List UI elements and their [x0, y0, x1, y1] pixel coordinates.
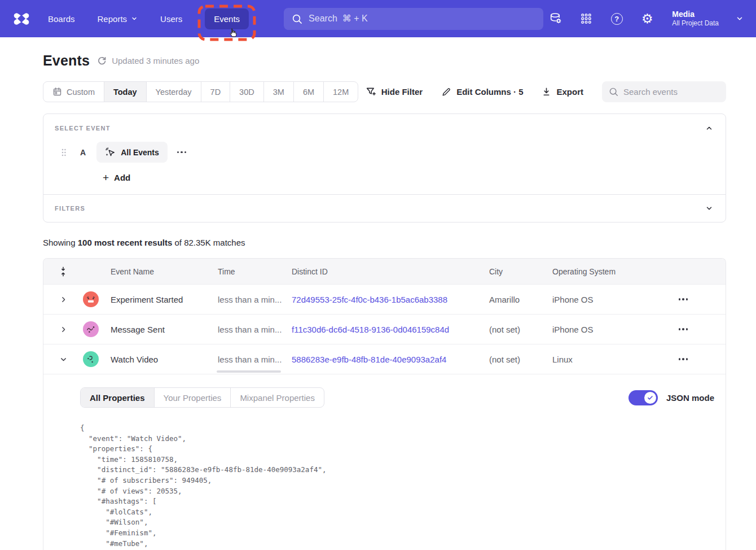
time-cell: less than a min...	[218, 325, 292, 334]
column-header-city[interactable]: City	[489, 267, 552, 276]
table-row[interactable]: Message Sent less than a min... f11c30d6…	[43, 314, 726, 344]
query-builder-card: SELECT EVENT A All Events + Add FILTERS	[43, 114, 726, 222]
date-option-6m[interactable]: 6M	[293, 82, 323, 102]
table-row-expanded[interactable]: Watch Video less than a min... 5886283e-…	[43, 344, 726, 374]
row-more-options-icon[interactable]	[679, 298, 688, 300]
select-event-section: SELECT EVENT A All Events + Add	[43, 114, 726, 194]
tab-your-properties[interactable]: Your Properties	[154, 388, 231, 407]
search-events-input[interactable]	[623, 87, 719, 97]
page-title: Events	[43, 53, 90, 69]
apps-grid-icon[interactable]	[579, 12, 593, 25]
distinct-id-link[interactable]: 72d49553-25fc-4f0c-b436-1b5ac6ab3388	[292, 295, 447, 304]
drag-handle-icon[interactable]	[61, 148, 67, 157]
event-picker-sparkle-cursor-icon	[105, 147, 116, 158]
global-search[interactable]	[284, 8, 543, 30]
nav-item-reports[interactable]: Reports	[98, 14, 138, 24]
project-scope: All Project Data	[672, 19, 719, 28]
date-option-custom[interactable]: Custom	[43, 82, 104, 102]
nav-right-group: ? ⚙ Media All Project Data	[549, 10, 744, 28]
date-option-7d[interactable]: 7D	[201, 82, 230, 102]
updated-text: Updated 3 minutes ago	[112, 56, 199, 66]
column-header-event-name[interactable]: Event Name	[111, 267, 218, 276]
collapse-section-chevron-up-icon[interactable]	[704, 123, 714, 133]
select-event-label: SELECT EVENT	[55, 125, 111, 132]
expand-row-chevron-right-icon[interactable]	[43, 326, 83, 333]
filters-section: FILTERS	[43, 195, 726, 222]
date-option-3m[interactable]: 3M	[263, 82, 293, 102]
row-more-options-icon[interactable]	[679, 358, 688, 360]
settings-gear-icon[interactable]: ⚙	[640, 12, 654, 25]
chevron-down-icon	[131, 15, 138, 22]
column-header-distinct-id[interactable]: Distinct ID	[292, 267, 489, 276]
project-chevron-down-icon[interactable]	[736, 15, 744, 23]
refresh-icon[interactable]	[97, 56, 107, 66]
results-summary: Showing 100 most recent results of 82.35…	[43, 238, 726, 247]
data-management-icon[interactable]	[549, 12, 562, 25]
question-mark: ?	[611, 13, 623, 25]
expand-filters-chevron-down-icon[interactable]	[704, 203, 714, 213]
event-name-cell: Watch Video	[111, 355, 218, 364]
date-range-control: Custom Today Yesterday 7D 30D 3M 6M 12M	[43, 81, 358, 102]
city-cell: (not set)	[489, 355, 552, 364]
add-event-button[interactable]: + Add	[103, 172, 714, 183]
search-events-field[interactable]	[602, 81, 726, 102]
project-name: Media	[672, 10, 719, 20]
event-avatar	[83, 351, 99, 367]
search-icon	[609, 87, 618, 97]
date-option-yesterday[interactable]: Yesterday	[146, 82, 201, 102]
os-cell: iPhone OS	[552, 295, 641, 304]
plus-icon: +	[103, 172, 109, 183]
json-mode-toggle[interactable]	[628, 390, 658, 405]
nav-item-label: Users	[160, 14, 182, 24]
row-more-options-icon[interactable]	[679, 328, 688, 330]
edit-columns-button[interactable]: Edit Columns · 5	[441, 87, 523, 97]
tab-mixpanel-properties[interactable]: Mixpanel Properties	[230, 388, 324, 407]
event-row-letter: A	[80, 148, 86, 157]
date-option-12m[interactable]: 12M	[323, 82, 358, 102]
table-header-row: Event Name Time Distinct ID City Operati…	[43, 259, 726, 284]
distinct-id-link[interactable]: 5886283e-e9fb-48fb-81de-40e9093a2af4	[292, 355, 446, 364]
expand-row-chevron-right-icon[interactable]	[43, 296, 83, 303]
nav-item-boards[interactable]: Boards	[48, 14, 75, 24]
date-option-today[interactable]: Today	[104, 82, 146, 102]
properties-tabs: All Properties Your Properties Mixpanel …	[80, 387, 324, 408]
event-selector-chip[interactable]: All Events	[96, 142, 168, 163]
event-avatar	[83, 321, 99, 337]
collapse-row-chevron-down-icon[interactable]	[43, 356, 83, 363]
project-switcher[interactable]: Media All Project Data	[672, 10, 719, 28]
nav-item-users[interactable]: Users	[160, 14, 182, 24]
calendar-icon	[52, 87, 62, 97]
hide-filter-button[interactable]: Hide Filter	[366, 86, 423, 97]
column-header-os[interactable]: Operating System	[552, 267, 641, 276]
global-search-input[interactable]	[309, 14, 535, 24]
horizontal-scrollbar-thumb[interactable]	[217, 370, 281, 373]
tab-all-properties[interactable]: All Properties	[81, 388, 154, 407]
city-cell: (not set)	[489, 325, 552, 334]
column-header-time[interactable]: Time	[218, 267, 292, 276]
help-icon[interactable]: ?	[610, 12, 623, 25]
event-more-options-icon[interactable]	[177, 151, 186, 153]
toggle-knob	[644, 392, 656, 404]
nav-item-label: Boards	[48, 14, 75, 24]
time-cell: less than a min...	[218, 295, 292, 304]
mixpanel-logo-icon[interactable]	[12, 9, 31, 28]
row-detail-panel: All Properties Your Properties Mixpanel …	[43, 374, 726, 550]
json-view: { "event": "Watch Video", "properties": …	[80, 423, 714, 550]
event-name-cell: Experiment Started	[111, 295, 218, 304]
sort-rows-icon[interactable]	[43, 266, 83, 277]
city-cell: Amarillo	[489, 295, 552, 304]
nav-item-events[interactable]: Events	[205, 8, 249, 29]
funnel-plus-icon	[366, 86, 376, 97]
hand-cursor-icon	[227, 27, 239, 39]
pencil-icon	[441, 87, 451, 97]
distinct-id-link[interactable]: f11c30d6-dc6d-4518-9136-0d046159c84d	[292, 325, 449, 334]
date-option-30d[interactable]: 30D	[230, 82, 263, 102]
table-row[interactable]: Experiment Started less than a min... 72…	[43, 284, 726, 314]
page-content: Events Updated 3 minutes ago Custom Toda…	[0, 37, 756, 550]
event-name-cell: Message Sent	[111, 325, 218, 334]
download-icon	[542, 87, 551, 97]
nav-item-events-wrapper: Events	[205, 8, 249, 29]
event-avatar	[83, 291, 99, 307]
export-button[interactable]: Export	[542, 87, 583, 97]
os-cell: iPhone OS	[552, 325, 641, 334]
